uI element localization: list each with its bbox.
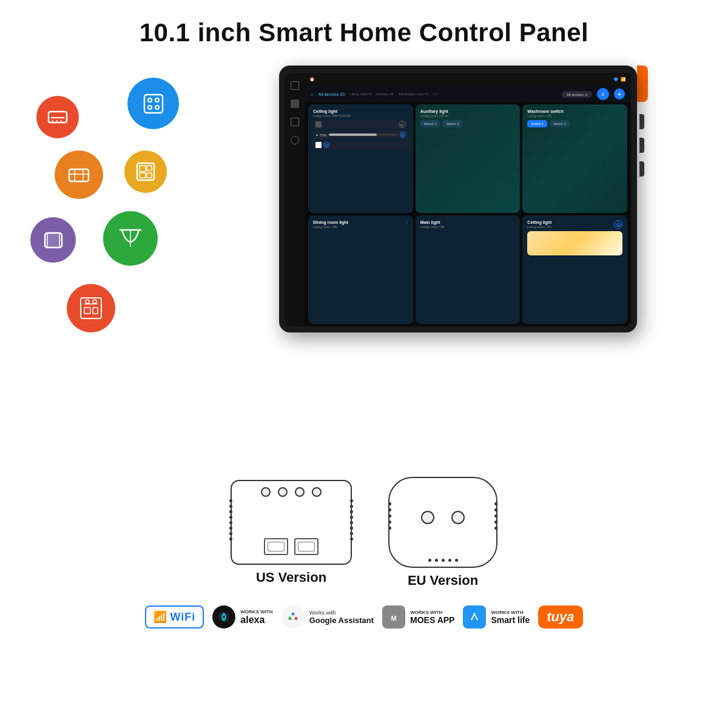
card3-title: Washroom switch	[527, 109, 622, 113]
svg-point-31	[223, 616, 225, 618]
card4-subtitle: Living room: ON	[313, 225, 348, 229]
page-title: 10.1 inch Smart Home Control Panel	[0, 0, 728, 47]
device-card-2[interactable]: Auxiliary light Living room: Off-lin Swi…	[416, 104, 521, 213]
eu-version-block: EU Version	[388, 477, 497, 588]
card5-title: Main light	[420, 220, 516, 224]
us-right-pins	[350, 499, 353, 541]
panel-icon	[124, 150, 167, 193]
nav-tab-more: Din...	[433, 92, 441, 96]
card2-switches: Switch 1 Switch 2	[420, 120, 516, 127]
eu-port-1	[421, 511, 434, 524]
compatibility-bar: 📶 WiFi WORKS WITH alexa	[0, 599, 728, 635]
nav-count-badge: 8	[597, 88, 609, 100]
bt-icon: 🔷	[613, 77, 619, 82]
us-connector-1	[264, 538, 288, 555]
svg-point-9	[155, 106, 159, 109]
us-diagram	[231, 480, 352, 565]
card4-title: Dining room light	[313, 220, 348, 224]
card1-title: Ceiling light	[313, 109, 408, 113]
tablet-accent	[637, 66, 648, 102]
us-connector-inner-1	[268, 542, 285, 551]
wifi-label: WiFi	[170, 611, 195, 624]
nav-all-devices: All devices·20	[318, 92, 345, 96]
wifi-badge: 📶 WiFi	[145, 605, 204, 629]
versions-section: US Version EU Versio	[0, 466, 728, 599]
google-badge: Works with Google Assistant	[281, 605, 374, 629]
screen-sidebar	[285, 73, 305, 326]
card1-light-off	[315, 121, 322, 127]
moes-icon: M	[382, 605, 405, 629]
tablet-device: ⏰ 🔷 📶 ⌂ All devices·20 Living room 5 Kit	[279, 66, 637, 332]
us-port-1	[261, 487, 271, 497]
tablet-side-buttons	[639, 114, 644, 177]
tablet-wrapper: ⏰ 🔷 📶 ⌂ All devices·20 Living room 5 Kit	[279, 66, 637, 332]
card1-power-off: ⏻	[399, 121, 406, 128]
svg-rect-39	[467, 609, 482, 625]
scene-icon	[55, 150, 103, 199]
svg-rect-13	[147, 166, 152, 170]
us-port-4	[312, 487, 322, 497]
side-btn-2[interactable]	[639, 138, 644, 153]
svg-rect-5	[144, 95, 163, 113]
device-card-6[interactable]: Ceiling light Living room: ON ⏻	[522, 215, 627, 324]
alexa-badge: WORKS WITH alexa	[212, 605, 272, 629]
main-area: ⏰ 🔷 📶 ⌂ All devices·20 Living room 5 Kit	[0, 59, 728, 460]
blind-icon	[30, 217, 76, 263]
alexa-text: WORKS WITH alexa	[240, 609, 272, 625]
smartlife-works-label: WORKS WITH	[491, 610, 530, 615]
svg-point-34	[291, 613, 294, 616]
google-works-label: Works with	[309, 610, 374, 616]
us-connector-inner-2	[298, 542, 315, 551]
nav-home-icon: ⌂	[311, 92, 314, 97]
svg-point-36	[288, 617, 291, 620]
nav-tab-secondary: Secondary room 3	[398, 92, 428, 96]
card2-title: Auxiliary light	[420, 109, 516, 113]
side-btn-1[interactable]	[639, 114, 644, 129]
eu-left-pins	[388, 502, 391, 530]
card2-switch1[interactable]: Switch 1	[420, 120, 440, 127]
side-btn-3[interactable]	[639, 161, 644, 177]
card2-switch2[interactable]: Switch 2	[442, 120, 462, 127]
card6-power[interactable]: ⏻	[614, 220, 622, 229]
card3-switch2[interactable]: Switch 2	[550, 120, 570, 127]
us-port-3	[295, 487, 305, 497]
wifi-status-icon: 📶	[621, 77, 626, 82]
card3-subtitle: Living room: ON	[527, 114, 622, 118]
svg-point-40	[474, 613, 476, 615]
sidebar-user	[291, 136, 299, 144]
nav-tab-living: Living room 5	[349, 92, 371, 96]
us-ports-top	[261, 487, 322, 497]
alexa-icon	[212, 605, 235, 629]
svg-rect-26	[93, 308, 98, 314]
svg-rect-11	[140, 166, 146, 172]
smartlife-icon	[463, 605, 486, 629]
nav-add-btn[interactable]: +	[614, 89, 625, 99]
card1-subtitle: Living room: OFF·ON·ON	[313, 114, 408, 118]
svg-rect-25	[84, 308, 90, 314]
sidebar-settings	[291, 118, 299, 126]
smartlife-text: WORKS WITH Smart life	[491, 610, 530, 625]
device-card-5[interactable]: Main light Living room: ON	[416, 215, 521, 324]
us-connectors	[264, 538, 318, 555]
card4-add[interactable]: +	[406, 220, 408, 224]
tablet-screen: ⏰ 🔷 📶 ⌂ All devices·20 Living room 5 Kit	[285, 73, 631, 326]
card6-light-preview	[527, 231, 622, 255]
card1-power-on: ⏻	[400, 132, 406, 138]
google-name-label: Google Assistant	[309, 616, 374, 625]
eu-diagram	[388, 477, 497, 568]
svg-point-8	[148, 106, 152, 109]
card3-switch1[interactable]: Switch 1	[527, 120, 547, 127]
card1-power2: ⏻	[323, 142, 329, 148]
svg-point-28	[86, 300, 89, 303]
all-devices-btn[interactable]: All devices ∧	[562, 91, 592, 98]
screen-nav: ⌂ All devices·20 Living room 5 Kitchen 2…	[305, 86, 631, 102]
tablet-container: ⏰ 🔷 📶 ⌂ All devices·20 Living room 5 Kit	[206, 59, 728, 460]
topbar-clock: ⏰	[309, 77, 315, 82]
device-card-4[interactable]: Dining room light Living room: ON +	[308, 215, 413, 324]
svg-point-7	[155, 98, 159, 102]
device-card-1[interactable]: Ceiling light Living room: OFF·ON·ON ⏻ ✦…	[308, 104, 413, 213]
moes-works-label: WORKS WITH	[410, 610, 454, 615]
device-card-3[interactable]: Washroom switch Living room: ON Switch 1…	[522, 104, 627, 213]
eu-port-2	[451, 511, 465, 524]
google-icon	[281, 605, 305, 629]
